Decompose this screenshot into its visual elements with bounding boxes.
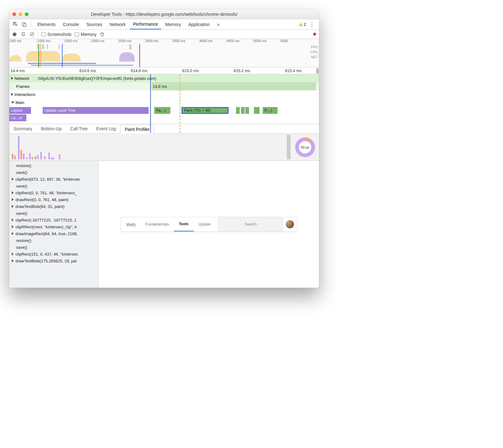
- trash-icon[interactable]: [99, 32, 105, 37]
- expand-icon[interactable]: [12, 252, 14, 256]
- detail-ruler[interactable]: 14.4 ms 614.6 ms 614.8 ms 615.0 ms 615.2…: [9, 67, 319, 74]
- track-main[interactable]: Main: [9, 98, 319, 106]
- expand-icon[interactable]: [12, 191, 14, 194]
- tracks-area[interactable]: Network :S6g4U3t-Y5UEw0lE80llgEseQY3FEmq…: [9, 74, 319, 124]
- frame-duration: 14.8 ms: [153, 84, 167, 89]
- expand-icon[interactable]: [12, 232, 14, 235]
- command-row[interactable]: clipRect(673, 12, 697, 36, "kIntersec: [9, 176, 99, 183]
- donut-label: 60 µs: [299, 141, 311, 153]
- screenshots-checkbox[interactable]: Screenshots: [41, 32, 72, 37]
- block-paint-s2[interactable]: [241, 107, 245, 114]
- paint-preview: Web Fundamentals Tools Update Search: [99, 161, 319, 288]
- scrollbar-thumb[interactable]: [316, 68, 319, 74]
- clear-button[interactable]: [29, 32, 35, 37]
- collapse-icon[interactable]: [11, 101, 14, 104]
- command-row[interactable]: drawImageRect(64, 64, true, 2188,: [9, 230, 99, 237]
- tab-application[interactable]: Application: [185, 19, 213, 29]
- command-row[interactable]: restore(): [9, 162, 99, 169]
- command-text: clipRect(151, 0, 437, 48, "kIntersec: [15, 252, 78, 256]
- command-text: save(): [16, 211, 27, 216]
- expand-icon[interactable]: [12, 198, 14, 201]
- tabs-overflow[interactable]: »: [214, 19, 223, 29]
- inspect-icon[interactable]: [12, 21, 19, 28]
- donut-chart: 60 µs: [291, 134, 319, 161]
- record-button[interactable]: [12, 32, 17, 37]
- track-interactions[interactable]: Interactions: [9, 90, 319, 98]
- block-layout[interactable]: Layout: [9, 107, 31, 114]
- tab-performance[interactable]: Performance: [130, 19, 161, 29]
- tab-elements[interactable]: Elements: [34, 19, 59, 29]
- overview-timeline[interactable]: 500 ms1000 ms1500 ms 2000 ms2500 ms3000 …: [9, 39, 319, 67]
- expand-icon[interactable]: [12, 259, 14, 262]
- block-paint-s3[interactable]: [245, 107, 249, 114]
- nav-tools[interactable]: Tools: [174, 217, 194, 231]
- track-frames[interactable]: Frames 14.8 ms: [9, 82, 319, 90]
- bottom-split: restore()save()clipRect(673, 12, 697, 36…: [9, 161, 319, 288]
- command-row[interactable]: save(): [9, 183, 99, 189]
- command-row[interactable]: drawTextBlob(175.265625, 29, pai: [9, 257, 99, 264]
- command-row[interactable]: drawRect(0, 0, 761, 48, paint): [9, 196, 99, 203]
- command-row[interactable]: clipRect(151, 0, 437, 48, "kIntersec: [9, 251, 99, 257]
- preview-nav-card: Web Fundamentals Tools Update Search: [121, 217, 297, 232]
- track-network[interactable]: Network :S6g4U3t-Y5UEw0lE80llgEseQY3FEmq…: [9, 74, 319, 82]
- command-row[interactable]: clipRect(-16777215, -16777215, 1: [9, 217, 99, 223]
- minimize-window-button[interactable]: [19, 12, 22, 16]
- command-text: save(): [16, 245, 27, 250]
- expand-icon[interactable]: [12, 218, 14, 222]
- expand-icon[interactable]: [12, 205, 14, 208]
- nav-search[interactable]: Search: [218, 217, 283, 231]
- paint-commands-list[interactable]: restore()save()clipRect(673, 12, 697, 36…: [9, 161, 99, 288]
- tab-summary[interactable]: Summary: [9, 124, 37, 133]
- command-row[interactable]: drawTextBlob(64, 31, paint): [9, 203, 99, 210]
- command-text: restore(): [16, 238, 31, 243]
- devtools-tabs: Elements Console Sources Network Perform…: [9, 19, 319, 30]
- block-paint-a[interactable]: Pa…): [154, 107, 170, 114]
- warnings-badge[interactable]: 2: [299, 22, 306, 27]
- zoom-window-button[interactable]: [25, 12, 28, 16]
- command-text: save(): [16, 170, 27, 175]
- block-paint-selected[interactable]: Paint (761 × 48): [182, 107, 229, 114]
- tab-paint-profiler[interactable]: Paint Profiler: [120, 125, 154, 134]
- flame-chart[interactable]: Layout La…ut Update Layer Tree Pa…) Pain…: [9, 106, 319, 124]
- block-paint-s1[interactable]: [236, 107, 240, 114]
- warnings-count: 2: [304, 22, 306, 27]
- nav-logo[interactable]: Web: [121, 217, 141, 231]
- command-row[interactable]: save(): [9, 169, 99, 176]
- block-paint-c[interactable]: P…): [263, 107, 278, 114]
- command-text: clipRect(673, 12, 697, 36, "kIntersec: [15, 177, 80, 182]
- avatar[interactable]: [286, 220, 294, 228]
- nav-fundamentals[interactable]: Fundamentals: [141, 217, 174, 231]
- tab-call-tree[interactable]: Call Tree: [66, 124, 92, 133]
- command-text: restore(): [16, 163, 31, 168]
- memory-checkbox[interactable]: Memory: [75, 32, 97, 37]
- spark-area[interactable]: [9, 134, 286, 161]
- block-paint-s4[interactable]: [254, 107, 260, 114]
- expand-icon[interactable]: [11, 93, 13, 96]
- expand-icon[interactable]: [12, 225, 14, 228]
- block-update-layer-tree[interactable]: Update Layer Tree: [43, 107, 149, 114]
- reload-button[interactable]: [20, 32, 26, 37]
- command-row[interactable]: clipRect(0, 0, 761, 48, "kIntersect_: [9, 189, 99, 196]
- tab-network[interactable]: Network: [107, 19, 129, 29]
- command-row[interactable]: save(): [9, 244, 99, 251]
- tab-event-log[interactable]: Event Log: [92, 124, 120, 133]
- svg-rect-1: [24, 24, 26, 27]
- tab-sources[interactable]: Sources: [83, 19, 105, 29]
- expand-icon[interactable]: [12, 178, 14, 181]
- settings-icon[interactable]: ✸: [313, 31, 317, 37]
- command-row[interactable]: restore(): [9, 237, 99, 244]
- expand-icon[interactable]: [11, 77, 13, 80]
- nav-updates[interactable]: Update: [194, 217, 216, 231]
- block-layout-2[interactable]: La…ut: [9, 114, 26, 121]
- paint-profiler-bar[interactable]: 60 µs: [9, 134, 319, 161]
- device-toggle-icon[interactable]: [20, 21, 28, 28]
- more-menu-icon[interactable]: ⋮: [307, 21, 317, 28]
- tab-memory[interactable]: Memory: [162, 19, 184, 29]
- close-window-button[interactable]: [12, 12, 16, 16]
- command-row[interactable]: clipRRect(rrect, "kIntersect_Op", tr: [9, 223, 99, 230]
- tab-bottom-up[interactable]: Bottom-Up: [37, 124, 66, 133]
- scrollbar-thumb[interactable]: [287, 135, 291, 159]
- devtools-window: Developer Tools - https://developers.goo…: [9, 9, 319, 288]
- command-row[interactable]: save(): [9, 210, 99, 217]
- tab-console[interactable]: Console: [60, 19, 82, 29]
